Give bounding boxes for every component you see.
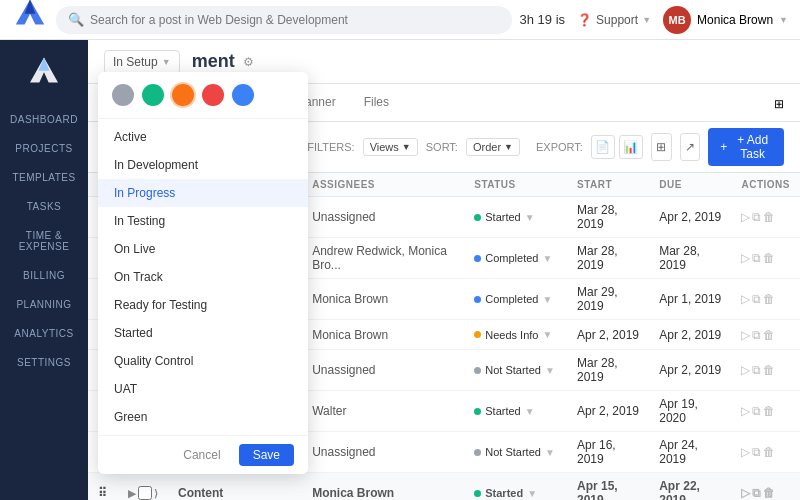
chevron-down-icon[interactable]: ▼ xyxy=(545,447,555,458)
sidebar-item-planning[interactable]: PLANNING xyxy=(0,289,88,318)
circle-grey[interactable] xyxy=(112,84,134,106)
share-icon-button[interactable]: ↗ xyxy=(680,133,701,161)
copy-icon[interactable]: ⧉ xyxy=(752,363,761,377)
row-actions: ▷ ⧉ 🗑 xyxy=(731,391,800,432)
user-menu[interactable]: MB Monica Brown ▼ xyxy=(663,6,788,34)
sidebar-item-tasks[interactable]: TASKS xyxy=(0,191,88,220)
add-task-button[interactable]: + + Add Task xyxy=(708,128,784,166)
dropdown-item[interactable]: Green xyxy=(98,403,308,431)
delete-icon[interactable]: 🗑 xyxy=(763,445,775,459)
row-due: Apr 24, 2019 xyxy=(649,432,731,473)
delete-icon[interactable]: 🗑 xyxy=(763,486,775,500)
circle-red[interactable] xyxy=(202,84,224,106)
chevron-down-icon[interactable]: ▼ xyxy=(527,488,537,499)
grid-icon[interactable]: ⊞ xyxy=(774,97,784,121)
order-select[interactable]: Order ▼ xyxy=(466,138,520,156)
settings-icon[interactable]: ⚙ xyxy=(243,55,254,69)
row-status[interactable]: Started ▼ xyxy=(464,197,567,238)
cancel-button[interactable]: Cancel xyxy=(173,444,230,466)
play-icon[interactable]: ▷ xyxy=(741,251,750,265)
copy-icon[interactable]: ⧉ xyxy=(752,486,761,500)
row-task-name: Content xyxy=(168,473,302,501)
chevron-down-icon[interactable]: ▼ xyxy=(542,294,552,305)
plus-icon: + xyxy=(720,140,727,154)
row-due: Apr 22, 2019 xyxy=(649,473,731,501)
chevron-down-icon[interactable]: ▼ xyxy=(545,365,555,376)
delete-icon[interactable]: 🗑 xyxy=(763,292,775,306)
row-actions: ▷ ⧉ 🗑 xyxy=(731,432,800,473)
sidebar-logo[interactable] xyxy=(24,52,64,88)
sidebar-item-billing[interactable]: BILLING xyxy=(0,260,88,289)
copy-icon[interactable]: ⧉ xyxy=(752,251,761,265)
setup-dropdown[interactable]: In Setup ▼ xyxy=(104,50,180,74)
play-icon[interactable]: ▷ xyxy=(741,404,750,418)
row-status[interactable]: Needs Info ▼ xyxy=(464,320,567,350)
dropdown-item[interactable]: Quality Control xyxy=(98,347,308,375)
play-icon[interactable]: ▷ xyxy=(741,363,750,377)
copy-icon[interactable]: ⧉ xyxy=(752,210,761,224)
row-status[interactable]: Started ▼ xyxy=(464,391,567,432)
play-icon[interactable]: ▷ xyxy=(741,486,750,500)
status-dot xyxy=(474,449,481,456)
row-status[interactable]: Not Started ▼ xyxy=(464,432,567,473)
row-status[interactable]: Completed ▼ xyxy=(464,279,567,320)
delete-icon[interactable]: 🗑 xyxy=(763,363,775,377)
dropdown-item[interactable]: In Progress xyxy=(98,179,308,207)
export-xls-button[interactable]: 📊 xyxy=(619,135,643,159)
dropdown-item[interactable]: Active xyxy=(98,123,308,151)
dropdown-item[interactable]: In Testing xyxy=(98,207,308,235)
row-actions: ▷ ⧉ 🗑 xyxy=(731,473,800,501)
copy-icon[interactable]: ⧉ xyxy=(752,445,761,459)
dropdown-item[interactable]: Ready for Testing xyxy=(98,291,308,319)
chevron-down-icon[interactable]: ▼ xyxy=(542,253,552,264)
search-input[interactable] xyxy=(90,13,500,27)
dropdown-item[interactable]: On Live xyxy=(98,235,308,263)
circle-green[interactable] xyxy=(142,84,164,106)
row-status[interactable]: Not Started ▼ xyxy=(464,350,567,391)
row-handle[interactable]: ⠿ xyxy=(88,473,118,501)
chevron-down-icon[interactable]: ▼ xyxy=(542,329,552,340)
row-due: Mar 28, 2019 xyxy=(649,238,731,279)
tab-files[interactable]: Files xyxy=(350,95,403,121)
copy-icon[interactable]: ⧉ xyxy=(752,292,761,306)
views-select[interactable]: Views ▼ xyxy=(363,138,418,156)
play-icon[interactable]: ▷ xyxy=(741,445,750,459)
dropdown-item[interactable]: Started xyxy=(98,319,308,347)
play-icon[interactable]: ▷ xyxy=(741,210,750,224)
sidebar-item-templates[interactable]: TEMPLATES xyxy=(0,162,88,191)
dropdown-item[interactable]: UAT xyxy=(98,375,308,403)
save-button[interactable]: Save xyxy=(239,444,294,466)
support-button[interactable]: ❓ Support ▼ xyxy=(577,13,651,27)
sidebar-item-analytics[interactable]: ANALYTICS xyxy=(0,318,88,347)
row-status[interactable]: Completed ▼ xyxy=(464,238,567,279)
play-icon[interactable]: ▷ xyxy=(741,328,750,342)
dropdown-item[interactable]: On Track xyxy=(98,263,308,291)
delete-icon[interactable]: 🗑 xyxy=(763,251,775,265)
chevron-down-icon[interactable]: ▼ xyxy=(525,212,535,223)
filters-label: FILTERS: xyxy=(307,141,354,153)
play-icon[interactable]: ▷ xyxy=(741,292,750,306)
sidebar-item-dashboard[interactable]: DASHBOARD xyxy=(0,104,88,133)
row-checkbox[interactable]: ▶ ⟩ xyxy=(118,473,168,501)
circle-blue[interactable] xyxy=(232,84,254,106)
sidebar-item-settings[interactable]: SETTINGS xyxy=(0,347,88,376)
circle-orange[interactable] xyxy=(172,84,194,106)
row-start: Apr 2, 2019 xyxy=(567,391,649,432)
chevron-down-icon: ▼ xyxy=(779,15,788,25)
sidebar-item-time-expense[interactable]: TIME & EXPENSE xyxy=(0,220,88,260)
export-doc-button[interactable]: 📄 xyxy=(591,135,615,159)
chevron-down-icon[interactable]: ▼ xyxy=(525,406,535,417)
row-status[interactable]: Started ▼ xyxy=(464,473,567,501)
delete-icon[interactable]: 🗑 xyxy=(763,210,775,224)
sidebar-item-projects[interactable]: PROJECTS xyxy=(0,133,88,162)
copy-icon[interactable]: ⧉ xyxy=(752,404,761,418)
dropdown-item[interactable]: In Development xyxy=(98,151,308,179)
status-dropdown[interactable]: ActiveIn DevelopmentIn ProgressIn Testin… xyxy=(98,72,308,474)
delete-icon[interactable]: 🗑 xyxy=(763,404,775,418)
delete-icon[interactable]: 🗑 xyxy=(763,328,775,342)
columns-icon-button[interactable]: ⊞ xyxy=(651,133,672,161)
search-bar[interactable]: 🔍 xyxy=(56,6,512,34)
copy-icon[interactable]: ⧉ xyxy=(752,328,761,342)
dropdown-circles-section xyxy=(98,72,308,119)
app-logo[interactable] xyxy=(12,0,48,30)
